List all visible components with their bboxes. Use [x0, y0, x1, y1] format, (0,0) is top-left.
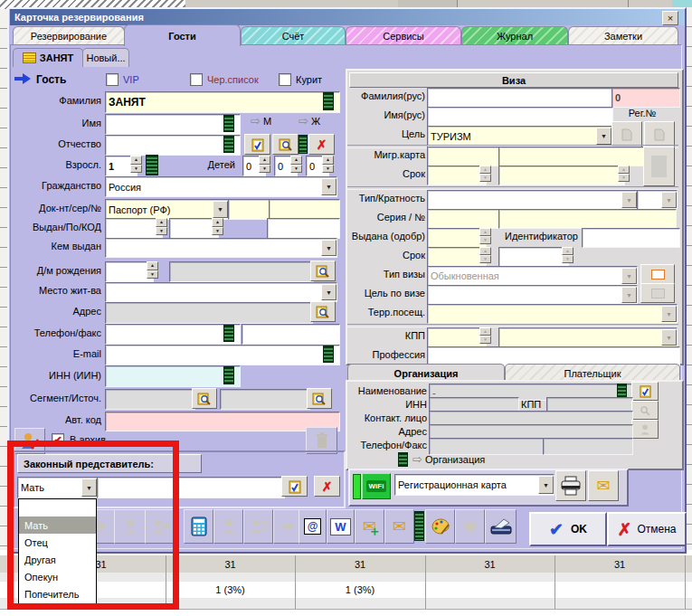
toolbar-scanner-button[interactable]	[485, 509, 517, 544]
issued-until-spinner[interactable]: ▲▼	[212, 218, 223, 235]
tab-notes[interactable]: Заметки	[568, 26, 678, 45]
tab-bill[interactable]: Счёт	[241, 26, 346, 45]
inn-ribbon[interactable]	[223, 366, 234, 384]
chevron-down-icon[interactable]: ▼	[321, 178, 337, 195]
migcard-term-from-input[interactable]	[427, 166, 487, 185]
issued-date-spinner[interactable]: ▲▼	[156, 218, 167, 235]
toolbar-ribbon[interactable]	[414, 511, 424, 541]
email-input[interactable]	[105, 345, 340, 365]
document-series-input[interactable]	[228, 199, 273, 220]
issued-code-input[interactable]	[267, 218, 340, 239]
vip-checkbox[interactable]	[106, 73, 118, 86]
child3-spinner[interactable]: ▲▼	[322, 156, 334, 173]
cancel-button[interactable]: ✗Отмена	[607, 512, 687, 546]
patronymic-ribbon-2[interactable]	[299, 135, 308, 154]
mail-regcard-button[interactable]: ✉	[588, 470, 619, 501]
toolbar-email-button[interactable]: @	[299, 509, 327, 544]
email-ribbon[interactable]	[323, 346, 334, 363]
surname-ribbon[interactable]	[323, 92, 334, 110]
ok-button[interactable]: ✔OK	[529, 512, 607, 546]
segment-search-button[interactable]	[192, 388, 217, 409]
fax-input[interactable]	[242, 324, 340, 345]
org-link-ribbon[interactable]	[398, 452, 408, 467]
print-button[interactable]	[555, 470, 586, 501]
patronymic-input[interactable]	[105, 135, 241, 156]
search-guest-button[interactable]	[272, 134, 299, 155]
smoking-checkbox[interactable]	[279, 73, 291, 86]
screen: 31 31 31 31 31 1 (3%) 1 (3%)	[0, 0, 692, 616]
toolbar-copy-guest-button	[243, 509, 273, 544]
close-icon[interactable]: ×	[662, 11, 678, 25]
inn-input[interactable]	[105, 365, 241, 387]
toolbar-word-button[interactable]: W	[327, 509, 355, 544]
migcard-number-input[interactable]	[498, 147, 645, 166]
toolbar-palette-button[interactable]	[425, 509, 455, 544]
visa-name-input[interactable]	[427, 107, 613, 127]
subtab-occupied[interactable]: ЗАНЯТ	[13, 48, 83, 67]
visa-term-to-input[interactable]	[498, 247, 569, 267]
authcode-input[interactable]	[105, 412, 340, 431]
chevron-down-icon[interactable]: ▼	[321, 240, 337, 256]
residence-select[interactable]: ▼	[105, 282, 337, 302]
birth-search-button[interactable]	[310, 261, 336, 281]
visa-number-input[interactable]	[498, 209, 677, 229]
visa-term-from-input[interactable]	[427, 247, 487, 267]
territory-select[interactable]: ▼	[427, 304, 678, 324]
male-button[interactable]: ⇨ М	[251, 114, 271, 128]
child1-spinner[interactable]: ▲▼	[259, 156, 270, 173]
firstname-ribbon[interactable]	[223, 115, 234, 132]
kpp-select[interactable]: ▼	[498, 327, 678, 347]
subtab-new-guest[interactable]: Новый...	[82, 48, 129, 67]
tab-services[interactable]: Сервисы	[346, 26, 461, 45]
chevron-down-icon[interactable]: ▼	[596, 128, 611, 145]
legal-edit-button[interactable]	[281, 476, 308, 497]
migcard-series-input[interactable]	[427, 147, 501, 166]
blacklist-checkbox[interactable]	[190, 73, 203, 86]
issued-date-input[interactable]	[105, 218, 163, 239]
kpp-input[interactable]	[427, 327, 487, 347]
adults-spinner[interactable]: ▲▼	[130, 156, 142, 173]
visa-issued-input[interactable]	[427, 228, 487, 248]
regcard-select[interactable]: Регистрационная карта▼	[394, 474, 555, 496]
tab-reservation[interactable]: Резервирование	[13, 26, 125, 45]
delete-guest-button[interactable]: ✗	[308, 134, 335, 155]
source-search-button[interactable]	[307, 388, 332, 409]
female-button[interactable]: ⇨ Ж	[299, 114, 320, 128]
visa-purpose-select[interactable]: ТУРИЗМ▼	[427, 126, 612, 147]
chevron-down-icon[interactable]: ▼	[538, 476, 554, 494]
toolbar-new-mail-button[interactable]: ✉＋	[355, 509, 384, 544]
birth-date-spinner[interactable]: ▲▼	[147, 261, 158, 279]
visa-surname-input[interactable]	[427, 88, 613, 108]
firstname-input[interactable]	[105, 114, 241, 135]
issuer-select[interactable]: ▼	[105, 238, 337, 258]
tab-payer[interactable]: Плательщик	[505, 364, 680, 382]
document-number-input[interactable]	[269, 199, 340, 220]
child2-spinner[interactable]: ▲▼	[290, 156, 302, 173]
adults-ribbon[interactable]	[146, 155, 158, 175]
tab-journal[interactable]: Журнал	[461, 26, 568, 45]
wifi-button[interactable]: WiFi	[362, 473, 391, 499]
legal-delete-button[interactable]: ✗	[314, 476, 340, 497]
visa-type-note-button[interactable]	[640, 264, 675, 284]
toolbar-open-mail-button[interactable]: ✉	[384, 509, 414, 544]
tab-guests[interactable]: Гости	[124, 24, 241, 46]
citizenship-select[interactable]: Россия▼	[105, 176, 337, 197]
document-type-select[interactable]: Паспорт (РФ)▼	[105, 199, 229, 220]
visa-series-input[interactable]	[427, 209, 501, 229]
phone-input[interactable]	[105, 324, 241, 345]
chevron-down-icon[interactable]: ▼	[213, 201, 228, 218]
patronymic-ribbon[interactable]	[223, 136, 234, 153]
org-link[interactable]: ⇨ Организация	[412, 452, 485, 466]
migcard-term-to-input[interactable]	[498, 166, 625, 185]
phone-ribbon[interactable]	[223, 325, 234, 342]
toolbar-calculator-button[interactable]	[184, 509, 213, 544]
identifier-input[interactable]	[582, 228, 680, 248]
tab-organization[interactable]: Организация	[347, 364, 505, 382]
edit-guest-button[interactable]	[244, 134, 270, 155]
chevron-down-icon[interactable]: ▼	[321, 284, 337, 300]
org-edit-button[interactable]	[631, 382, 659, 401]
window-titlebar[interactable]: Карточка резервирования	[10, 9, 685, 25]
children-label: Детей	[163, 159, 235, 170]
surname-input[interactable]: ЗАНЯТ	[105, 91, 340, 113]
address-search-button[interactable]	[310, 301, 336, 322]
